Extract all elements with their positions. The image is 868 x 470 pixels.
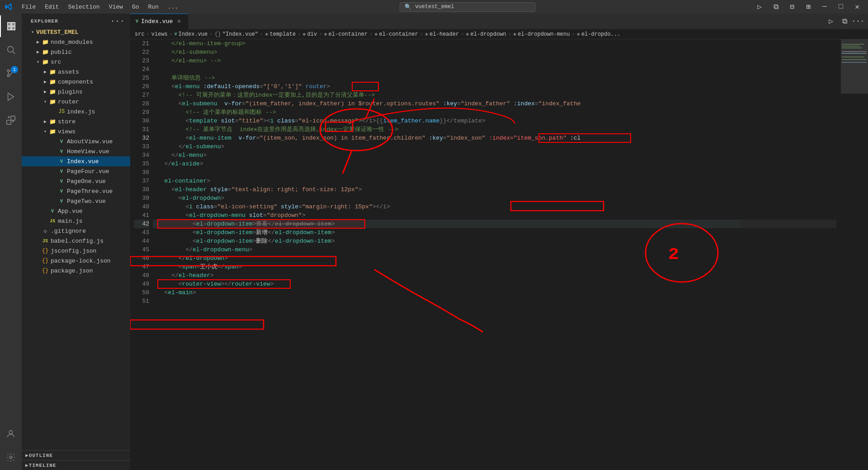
- menu-go[interactable]: Go: [128, 3, 143, 11]
- sidebar-item-public[interactable]: ▶ 📁 public: [22, 47, 130, 57]
- customize-layout-button[interactable]: ⊞: [802, 0, 815, 13]
- breadcrumb-el-header[interactable]: ◈ el-header: [425, 31, 459, 38]
- sidebar-header: EXPLORER ···: [22, 14, 130, 27]
- tab-index-vue[interactable]: V Index.vue ×: [130, 14, 189, 29]
- breadcrumb-el-dropdown[interactable]: ◈ el-dropdown: [466, 31, 506, 38]
- sidebar-item-PageThree.vue[interactable]: ▶ V PageThree.vue: [22, 186, 130, 196]
- code-line-40: <i class="el-icon-setting" style="margin…: [157, 202, 836, 211]
- sidebar-item-PageOne.vue[interactable]: ▶ V PageOne.vue: [22, 176, 130, 186]
- code-line-50: <el-main>: [157, 288, 836, 297]
- sidebar-item-package.json[interactable]: ▶ {} package.json: [22, 266, 130, 276]
- layout-button[interactable]: ⊟: [786, 0, 798, 13]
- title-search: 🔍 vuetest_emel: [186, 2, 749, 12]
- search-box[interactable]: 🔍 vuetest_emel: [400, 2, 535, 12]
- code-line-32: <el-menu-item v-for="(item_son, index_so…: [157, 134, 836, 142]
- search-icon: 🔍: [405, 4, 411, 10]
- activity-extensions[interactable]: [0, 109, 22, 131]
- sidebar-item-HomeView.vue[interactable]: ▶ V HomeView.vue: [22, 146, 130, 156]
- sidebar-item-main.js[interactable]: ▶ JS main.js: [22, 216, 130, 226]
- run-in-editor-button[interactable]: ▷: [825, 15, 837, 28]
- sidebar-item-views[interactable]: ▾ 📁 views: [22, 127, 130, 136]
- svg-line-1: [13, 52, 15, 54]
- svg-rect-20: [841, 39, 868, 94]
- vue-file-icon: V: [49, 207, 56, 215]
- sidebar-item-PageTwo.vue[interactable]: ▶ V PageTwo.vue: [22, 196, 130, 206]
- sidebar-item-PageFour.vue[interactable]: ▶ V PageFour.vue: [22, 166, 130, 176]
- breadcrumb-el-container-2[interactable]: ◈ el-container: [374, 31, 418, 38]
- close-button[interactable]: ✕: [851, 0, 863, 13]
- folder-icon: 📁: [42, 48, 49, 56]
- timeline-header[interactable]: ▶ TIMELINE: [22, 461, 130, 470]
- sidebar-item-index.js[interactable]: ▶ JS index.js: [22, 107, 130, 117]
- menu-run[interactable]: Run: [144, 3, 162, 11]
- code-line-38: <el-header style="text-align: right; fon…: [157, 185, 836, 194]
- menu-view[interactable]: View: [105, 3, 127, 11]
- assets-arrow-icon: ▶: [42, 68, 49, 75]
- code-line-24: [157, 65, 836, 74]
- sidebar-more-icon[interactable]: ···: [110, 17, 125, 25]
- split-editor-button[interactable]: ⧉: [769, 0, 782, 13]
- code-line-33: </el-submenu>: [157, 142, 836, 151]
- activity-search[interactable]: [0, 39, 22, 61]
- sidebar-item-components[interactable]: ▶ 📁 components: [22, 77, 130, 87]
- menu-edit[interactable]: Edit: [41, 3, 62, 11]
- svg-rect-6: [7, 120, 11, 124]
- sidebar-item-package-lock.json[interactable]: ▶ {} package-lock.json: [22, 256, 130, 266]
- router-arrow-icon: ▾: [42, 98, 49, 105]
- menu-selection[interactable]: Selection: [64, 3, 103, 11]
- breadcrumb-template[interactable]: ◈ template: [265, 31, 296, 38]
- activity-explorer[interactable]: [0, 15, 22, 37]
- code-content[interactable]: </el-menu-item-group> </el-submenu> </el…: [153, 39, 841, 470]
- code-line-21: </el-menu-item-group>: [157, 39, 836, 48]
- activity-account[interactable]: [0, 423, 22, 445]
- more-actions-button[interactable]: ···: [852, 15, 864, 28]
- breadcrumb-div[interactable]: ◈ div: [302, 31, 317, 38]
- breadcrumb-views[interactable]: views: [151, 31, 168, 38]
- breadcrumb-el-container-1[interactable]: ◈ el-container: [324, 31, 368, 38]
- sidebar-item-router[interactable]: ▾ 📁 router: [22, 97, 130, 107]
- sidebar-item-label: PageOne.vue: [67, 178, 106, 185]
- sidebar-item-Index.vue[interactable]: ▶ V Index.vue: [22, 156, 130, 166]
- components-arrow-icon: ▶: [42, 78, 49, 85]
- code-line-26: <el-menu :default-openeds="['0','1']" ro…: [157, 82, 836, 91]
- run-button[interactable]: ▷: [753, 0, 766, 13]
- code-editor[interactable]: 2122232425 2627282930 3132333435 3637383…: [130, 39, 868, 470]
- plugins-arrow-icon: ▶: [42, 88, 49, 95]
- tab-close-button[interactable]: ×: [175, 18, 183, 25]
- menu-more[interactable]: ...: [164, 3, 182, 11]
- sidebar-item-babel.config.js[interactable]: ▶ JS babel.config.js: [22, 236, 130, 246]
- sidebar-item-label: AboutView.vue: [67, 138, 113, 145]
- views-arrow-icon: ▾: [42, 128, 49, 135]
- breadcrumb-indexvue-symbol[interactable]: {} "Index.vue": [214, 31, 258, 38]
- breadcrumb-indexvue-file[interactable]: V Index.vue: [175, 31, 208, 38]
- folder-icon: 📁: [49, 118, 56, 125]
- sidebar-item-App.vue[interactable]: ▶ V App.vue: [22, 206, 130, 216]
- outline-header[interactable]: ▶ OUTLINE: [22, 451, 130, 460]
- sidebar-item-node_modules[interactable]: ▶ 📁 node_modules: [22, 37, 130, 47]
- sidebar-item-assets[interactable]: ▶ 📁 assets: [22, 67, 130, 77]
- activity-settings[interactable]: [0, 446, 22, 468]
- sidebar-item-AboutView.vue[interactable]: ▶ V AboutView.vue: [22, 136, 130, 146]
- split-right-button[interactable]: ⧉: [838, 15, 851, 28]
- sidebar-item-label: HomeView.vue: [67, 148, 109, 155]
- sidebar-item-gitignore[interactable]: ▶ ◇ .gitignore: [22, 226, 130, 236]
- minimize-button[interactable]: ─: [818, 0, 831, 13]
- breadcrumb-src[interactable]: src: [135, 31, 145, 38]
- activity-run-debug[interactable]: [0, 86, 22, 108]
- title-bar-left: File Edit Selection View Go Run ...: [5, 3, 182, 11]
- sidebar-item-src[interactable]: ▾ 📁 src: [22, 57, 130, 67]
- folder-icon: 📁: [49, 68, 56, 75]
- breadcrumb-el-dropdown-menu[interactable]: ◈ el-dropdown-menu: [513, 31, 570, 38]
- maximize-button[interactable]: □: [835, 0, 847, 13]
- sidebar-item-plugins[interactable]: ▶ 📁 plugins: [22, 87, 130, 97]
- outline-arrow-icon: ▶: [25, 452, 29, 458]
- sidebar-item-store[interactable]: ▶ 📁 store: [22, 117, 130, 127]
- menu-file[interactable]: File: [18, 3, 39, 11]
- activity-source-control[interactable]: 1: [0, 62, 22, 84]
- sidebar-item-jsconfig.json[interactable]: ▶ {} jsconfig.json: [22, 246, 130, 256]
- title-menu: File Edit Selection View Go Run ...: [18, 3, 182, 11]
- breadcrumb-el-dropdown-item[interactable]: ◈ el-dropdo...: [577, 31, 621, 38]
- code-line-30: <template slot="title"><i class="el-icon…: [157, 117, 836, 125]
- tab-label: Index.vue: [141, 18, 173, 25]
- sidebar-root[interactable]: ▾ VUETEST_EMEL: [22, 27, 130, 37]
